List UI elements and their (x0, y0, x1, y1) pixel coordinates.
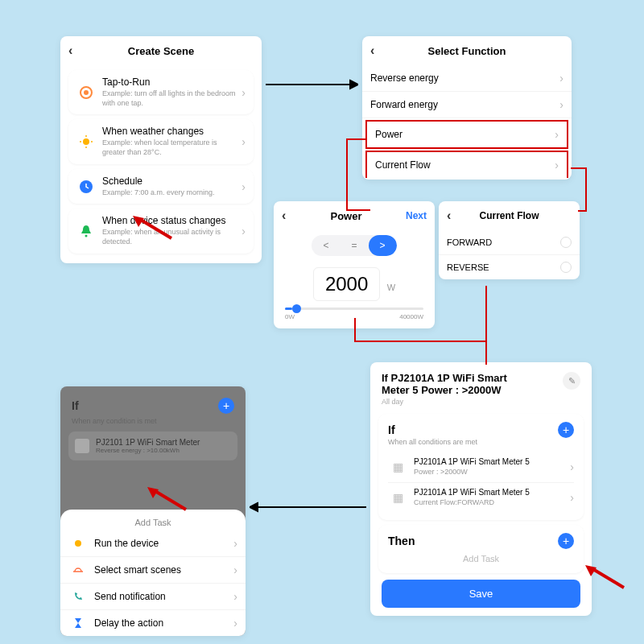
add-icon[interactable]: + (218, 398, 234, 414)
back-icon[interactable]: ‹ (370, 43, 386, 58)
sun-icon (76, 134, 96, 149)
connector-line (485, 286, 487, 342)
svg-point-9 (75, 540, 81, 547)
device-icon: ▦ (388, 491, 407, 504)
chevron-right-icon: › (242, 86, 246, 99)
connector-line (354, 341, 487, 342)
flow-arrow (250, 499, 366, 515)
weather-row[interactable]: When weather changesExample: when local … (68, 119, 254, 163)
delay-row[interactable]: Delay the action› (60, 610, 246, 636)
run-device-row[interactable]: Run the device› (60, 530, 246, 557)
power-panel: ‹ Power Next < = > 2000 W 0W40000W (274, 201, 435, 328)
current-flow-panel: ‹ Current Flow FORWARD REVERSE (439, 201, 580, 279)
chevron-right-icon: › (559, 98, 564, 111)
forward-energy-row[interactable]: Forward energy› (362, 92, 572, 118)
connector-line (571, 167, 587, 169)
edit-icon[interactable]: ✎ (563, 372, 580, 390)
back-icon[interactable]: ‹ (282, 208, 298, 223)
chevron-right-icon: › (233, 590, 237, 603)
connector-line (346, 138, 348, 211)
select-function-panel: ‹ Select Function Reverse energy› Forwar… (362, 36, 572, 180)
back-icon[interactable]: ‹ (68, 43, 85, 58)
notification-row[interactable]: Send notification› (60, 584, 246, 610)
chevron-right-icon: › (242, 225, 246, 237)
scene-panel: If PJ2101A 1P WiFi Smart Meter 5 Power :… (370, 362, 592, 616)
connector-line (354, 318, 356, 342)
connector-line (485, 341, 487, 365)
radio-icon (560, 237, 572, 248)
connector-line (346, 209, 370, 211)
power-row[interactable]: Power› (365, 120, 568, 149)
chevron-right-icon: › (242, 135, 246, 148)
back-icon[interactable]: ‹ (447, 208, 463, 223)
sunset-icon (68, 564, 88, 576)
sun-icon (68, 537, 88, 550)
device-icon: ▦ (388, 460, 407, 473)
smart-scenes-row[interactable]: Select smart scenes› (60, 557, 246, 584)
svg-point-1 (84, 90, 89, 95)
schedule-row[interactable]: ScheduleExample: 7:00 a.m. every morning… (68, 169, 254, 204)
clock-icon (76, 180, 96, 194)
device-icon (75, 439, 89, 453)
current-flow-row[interactable]: Current Flow› (365, 151, 568, 178)
bell-icon (76, 224, 96, 238)
radio-icon (560, 262, 572, 273)
chevron-right-icon: › (555, 128, 559, 141)
hourglass-icon (68, 617, 88, 630)
pointer-arrow (133, 216, 173, 240)
chevron-right-icon: › (233, 537, 237, 550)
chevron-right-icon: › (233, 617, 237, 630)
chevron-right-icon: › (233, 564, 237, 576)
chevron-right-icon: › (570, 460, 574, 473)
svg-point-2 (83, 138, 89, 145)
chevron-right-icon: › (242, 180, 246, 193)
pointer-arrow (147, 487, 188, 511)
tap-to-run-row[interactable]: Tap-to-RunExample: turn off all lights i… (68, 70, 254, 114)
power-value-input[interactable]: 2000 (313, 267, 380, 301)
svg-point-8 (85, 235, 88, 237)
svg-line-14 (139, 219, 171, 238)
connector-line (585, 167, 587, 212)
connector-line (346, 138, 366, 140)
tap-icon (76, 85, 96, 100)
add-task-panel: If + When any condition is met PJ2101 1P… (60, 386, 246, 636)
pointer-arrow (585, 565, 625, 589)
add-condition-button[interactable]: + (558, 422, 574, 438)
flow-arrow (266, 76, 358, 93)
select-function-title: Select Function (386, 45, 547, 57)
create-scene-title: Create Scene (85, 45, 237, 57)
compare-toggle[interactable]: < = > (312, 235, 396, 256)
scene-title: If PJ2101A 1P WiFi Smart (382, 372, 563, 384)
forward-option[interactable]: FORWARD (439, 230, 580, 255)
chevron-right-icon: › (559, 72, 564, 85)
reverse-energy-row[interactable]: Reverse energy› (362, 65, 572, 92)
svg-marker-13 (250, 503, 258, 511)
svg-line-16 (154, 490, 186, 510)
phone-icon (68, 590, 88, 603)
condition-row[interactable]: ▦ PJ2101A 1P WiFi Smart Meter 5Power : >… (388, 452, 574, 483)
next-button[interactable]: Next (394, 210, 427, 221)
condition-row[interactable]: ▦ PJ2101A 1P WiFi Smart Meter 5Current F… (388, 483, 574, 513)
reverse-option[interactable]: REVERSE (439, 255, 580, 279)
svg-marker-11 (350, 80, 358, 89)
power-slider[interactable] (285, 308, 423, 310)
add-task-button[interactable]: + (558, 533, 574, 549)
svg-line-18 (592, 568, 624, 588)
connector-line (578, 210, 586, 212)
save-button[interactable]: Save (382, 580, 580, 608)
current-flow-title: Current Flow (463, 210, 555, 221)
power-title: Power (298, 210, 394, 222)
chevron-right-icon: › (555, 159, 559, 171)
chevron-right-icon: › (570, 491, 574, 504)
